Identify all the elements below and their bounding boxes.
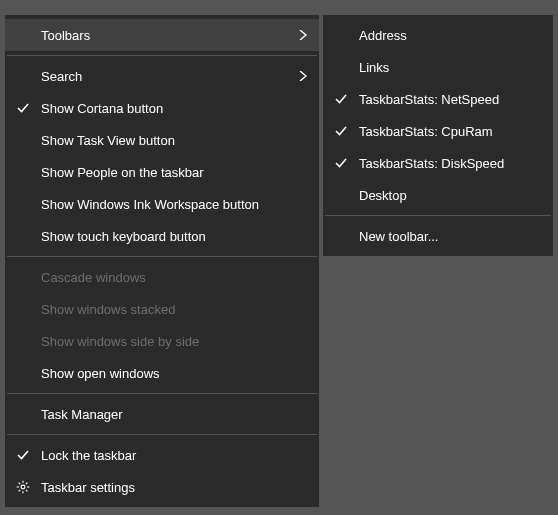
menu-item-show-touch-keyboard[interactable]: Show touch keyboard button [5,220,319,252]
menu-label: Cascade windows [41,270,307,285]
menu-label: Show windows stacked [41,302,307,317]
menu-separator [7,434,317,435]
menu-item-task-manager[interactable]: Task Manager [5,398,319,430]
menu-item-show-cortana[interactable]: Show Cortana button [5,92,319,124]
menu-label: Toolbars [41,28,291,43]
check-icon [323,124,359,138]
menu-label: Address [359,28,541,43]
submenu-item-links[interactable]: Links [323,51,553,83]
check-icon [323,156,359,170]
menu-item-lock-taskbar[interactable]: Lock the taskbar [5,439,319,471]
menu-item-show-ink[interactable]: Show Windows Ink Workspace button [5,188,319,220]
menu-label: Taskbar settings [41,480,307,495]
menu-label: Show open windows [41,366,307,381]
submenu-item-desktop[interactable]: Desktop [323,179,553,211]
check-icon [5,101,41,115]
menu-label: Show Task View button [41,133,307,148]
toolbars-submenu: Address Links TaskbarStats: NetSpeed Tas… [322,14,554,257]
check-icon [5,448,41,462]
gear-icon [5,480,41,494]
menu-label: Show People on the taskbar [41,165,307,180]
submenu-item-address[interactable]: Address [323,19,553,51]
menu-item-search[interactable]: Search [5,60,319,92]
menu-label: Search [41,69,291,84]
menu-label: Lock the taskbar [41,448,307,463]
menu-label: TaskbarStats: DiskSpeed [359,156,541,171]
menu-label: Show Cortana button [41,101,307,116]
menu-label: Show windows side by side [41,334,307,349]
menu-label: Desktop [359,188,541,203]
check-icon [323,92,359,106]
menu-item-open-windows[interactable]: Show open windows [5,357,319,389]
chevron-right-icon [291,71,307,81]
menu-label: TaskbarStats: NetSpeed [359,92,541,107]
svg-line-6 [26,490,27,491]
menu-label: Links [359,60,541,75]
menu-item-windows-stacked: Show windows stacked [5,293,319,325]
svg-point-0 [21,485,25,489]
menu-separator [325,215,551,216]
menu-item-show-task-view[interactable]: Show Task View button [5,124,319,156]
submenu-item-cpuram[interactable]: TaskbarStats: CpuRam [323,115,553,147]
svg-line-7 [19,490,20,491]
taskbar-context-menu: Toolbars Search Show Cortana button Show… [4,14,320,508]
menu-item-cascade-windows: Cascade windows [5,261,319,293]
menu-item-show-people[interactable]: Show People on the taskbar [5,156,319,188]
menu-separator [7,393,317,394]
submenu-item-new-toolbar[interactable]: New toolbar... [323,220,553,252]
menu-label: New toolbar... [359,229,541,244]
menu-item-taskbar-settings[interactable]: Taskbar settings [5,471,319,503]
menu-label: Show touch keyboard button [41,229,307,244]
menu-item-toolbars[interactable]: Toolbars [5,19,319,51]
chevron-right-icon [291,30,307,40]
menu-label: TaskbarStats: CpuRam [359,124,541,139]
svg-line-8 [26,483,27,484]
svg-line-5 [19,483,20,484]
menu-item-windows-side-by-side: Show windows side by side [5,325,319,357]
menu-separator [7,55,317,56]
menu-label: Task Manager [41,407,307,422]
menu-label: Show Windows Ink Workspace button [41,197,307,212]
submenu-item-netspeed[interactable]: TaskbarStats: NetSpeed [323,83,553,115]
submenu-item-diskspeed[interactable]: TaskbarStats: DiskSpeed [323,147,553,179]
menu-separator [7,256,317,257]
